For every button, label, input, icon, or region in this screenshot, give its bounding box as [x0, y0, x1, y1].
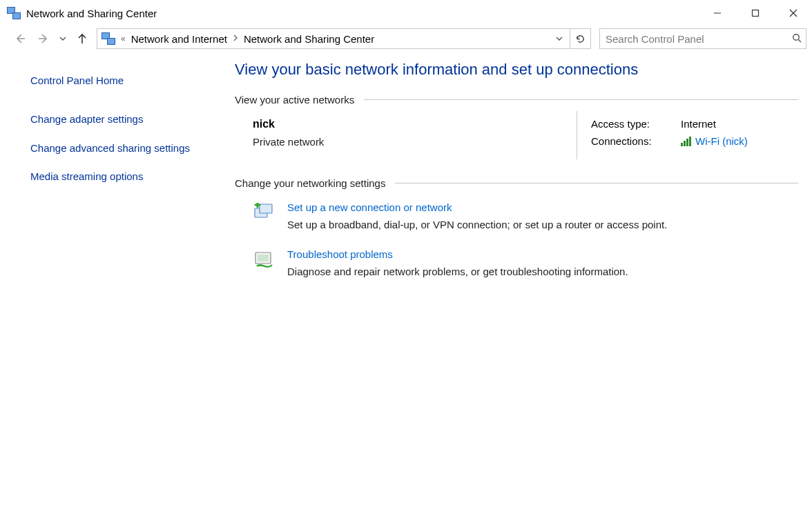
forward-button[interactable]	[35, 30, 52, 48]
close-button[interactable]	[774, 1, 812, 25]
main-panel: View your basic network information and …	[207, 61, 812, 295]
breadcrumb-segment[interactable]: Network and Internet	[131, 33, 227, 45]
access-type-label: Access type:	[591, 118, 681, 130]
search-box[interactable]	[599, 28, 806, 49]
search-icon[interactable]	[792, 33, 802, 45]
wifi-signal-icon	[681, 137, 691, 146]
svg-line-5	[799, 39, 802, 42]
history-chevron-icon[interactable]: «	[119, 34, 127, 43]
section-active-networks: View your active networks	[235, 94, 798, 106]
sidebar-link-advanced-sharing[interactable]: Change advanced sharing settings	[30, 141, 193, 156]
divider	[395, 183, 798, 184]
access-type-value: Internet	[681, 118, 716, 130]
address-dropdown[interactable]	[552, 29, 567, 48]
breadcrumb-segment[interactable]: Network and Sharing Center	[244, 33, 374, 45]
address-bar[interactable]: « Network and Internet Network and Shari…	[97, 28, 570, 49]
location-icon	[102, 32, 115, 46]
maximize-button[interactable]	[736, 1, 774, 25]
minimize-button[interactable]	[698, 1, 736, 25]
troubleshoot-icon	[253, 248, 276, 272]
nav-row: « Network and Internet Network and Shari…	[0, 26, 812, 51]
divider	[364, 99, 798, 100]
svg-point-4	[793, 34, 800, 40]
back-button[interactable]	[11, 30, 29, 48]
network-type: Private network	[253, 136, 432, 148]
option-setup-connection-link[interactable]: Set up a new connection or network	[287, 201, 452, 213]
network-name: nick	[253, 118, 432, 130]
window-title: Network and Sharing Center	[26, 8, 157, 19]
section-title: View your active networks	[235, 94, 354, 106]
section-title: Change your networking settings	[235, 177, 385, 189]
window-controls	[698, 1, 812, 25]
chevron-right-icon[interactable]	[231, 34, 240, 43]
section-change-settings: Change your networking settings	[235, 177, 798, 189]
connection-link[interactable]: Wi-Fi (nick)	[681, 135, 748, 147]
option-troubleshoot: Troubleshoot problems Diagnose and repai…	[235, 248, 798, 277]
sidebar-link-media-streaming[interactable]: Media streaming options	[30, 169, 193, 184]
up-button[interactable]	[73, 30, 91, 48]
refresh-button[interactable]	[570, 28, 591, 49]
active-network-block: nick Private network Access type: Intern…	[235, 118, 798, 152]
network-identity: nick Private network	[253, 118, 432, 148]
svg-rect-9	[258, 255, 269, 261]
option-setup-connection: Set up a new connection or network Set u…	[235, 201, 798, 230]
option-troubleshoot-link[interactable]: Troubleshoot problems	[287, 248, 393, 260]
control-panel-home-link[interactable]: Control Panel Home	[30, 73, 193, 88]
svg-rect-1	[752, 10, 758, 17]
option-setup-connection-desc: Set up a broadband, dial-up, or VPN conn…	[287, 219, 667, 230]
svg-rect-7	[260, 204, 272, 213]
connections-label: Connections:	[591, 135, 681, 147]
connection-link-text: Wi-Fi (nick)	[695, 135, 748, 147]
recent-locations-dropdown[interactable]	[58, 35, 68, 42]
sidebar: Control Panel Home Change adapter settin…	[0, 61, 207, 295]
search-input[interactable]	[604, 32, 792, 46]
titlebar: Network and Sharing Center	[0, 0, 812, 26]
option-troubleshoot-desc: Diagnose and repair network problems, or…	[287, 266, 628, 277]
network-details: Access type: Internet Connections: Wi-Fi…	[577, 118, 798, 152]
network-sharing-center-icon	[7, 6, 21, 20]
setup-connection-icon	[253, 201, 276, 225]
page-heading: View your basic network information and …	[235, 61, 798, 79]
sidebar-link-adapter-settings[interactable]: Change adapter settings	[30, 112, 193, 127]
content-area: Control Panel Home Change adapter settin…	[0, 51, 812, 295]
